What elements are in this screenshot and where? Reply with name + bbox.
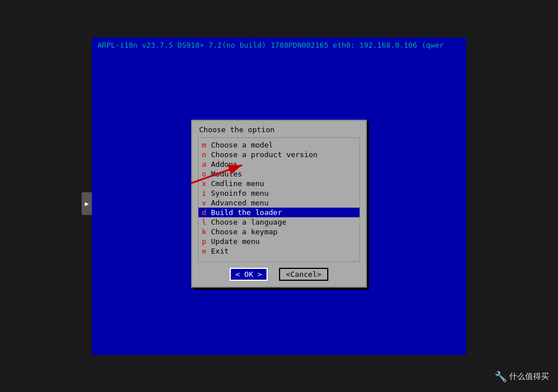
menu-item-x[interactable]: xCmdline menu xyxy=(198,179,360,188)
terminal-title: ARPL-i18n v23.7.5 DS918+ 7.2(no build) 1… xyxy=(98,41,443,49)
menu-item-p[interactable]: pUpdate menu xyxy=(198,237,360,246)
menu-label: Cmdline menu xyxy=(211,179,264,188)
menu-key: o xyxy=(202,170,209,178)
watermark-icon: 🔧 xyxy=(494,370,507,383)
menu-key: x xyxy=(202,179,209,188)
menu-item-e[interactable]: eExit xyxy=(198,246,360,256)
dialog-box: Choose the option mChoose a modelnChoose… xyxy=(191,120,367,288)
menu-item-l[interactable]: lChoose a language xyxy=(198,217,360,227)
side-handle[interactable]: ▶ xyxy=(82,192,92,215)
menu-label: Exit xyxy=(211,247,229,255)
menu-key: n xyxy=(202,150,209,159)
menu-label: Modules xyxy=(211,170,242,178)
side-handle-icon: ▶ xyxy=(84,200,88,208)
dialog-title: Choose the option xyxy=(192,121,366,137)
terminal-title-bar: ARPL-i18n v23.7.5 DS918+ 7.2(no build) 1… xyxy=(92,37,466,53)
menu-key: a xyxy=(202,160,209,168)
menu-label: Choose a model xyxy=(211,141,273,149)
cancel-button[interactable]: <Cancel> xyxy=(279,268,328,281)
menu-key: e xyxy=(202,247,209,255)
menu-key: l xyxy=(202,218,209,226)
menu-label: Choose a language xyxy=(211,218,286,226)
menu-label: Update menu xyxy=(211,237,260,246)
menu-item-a[interactable]: aAddons xyxy=(198,159,360,169)
menu-label: Advanced menu xyxy=(211,199,269,207)
menu-item-n[interactable]: nChoose a product version xyxy=(198,150,360,159)
menu-key: v xyxy=(202,199,209,207)
menu-item-o[interactable]: oModules xyxy=(198,169,360,179)
menu-key: m xyxy=(202,141,209,149)
menu-label: Choose a keymap xyxy=(211,227,277,236)
menu-key: k xyxy=(202,227,209,236)
menu-label: Addons xyxy=(211,160,238,168)
menu-label: Synoinfo menu xyxy=(211,189,269,197)
menu-list: mChoose a modelnChoose a product version… xyxy=(198,137,360,262)
menu-item-v[interactable]: vAdvanced menu xyxy=(198,198,360,208)
menu-item-m[interactable]: mChoose a model xyxy=(198,140,360,150)
menu-key: d xyxy=(202,208,209,217)
watermark-text: 什么值得买 xyxy=(509,372,549,382)
menu-item-k[interactable]: kChoose a keymap xyxy=(198,227,360,237)
ok-button[interactable]: < OK > xyxy=(230,268,268,281)
dialog-buttons: < OK > <Cancel> xyxy=(192,262,366,286)
watermark: 🔧 什么值得买 xyxy=(494,370,549,383)
menu-key: p xyxy=(202,237,209,246)
terminal-window: ARPL-i18n v23.7.5 DS918+ 7.2(no build) 1… xyxy=(92,37,466,355)
terminal-main-area: ▶ Choose the option mChoose a modelnChoo… xyxy=(92,53,466,355)
menu-item-i[interactable]: iSynoinfo menu xyxy=(198,188,360,198)
menu-item-d[interactable]: dBuild the loader xyxy=(198,208,360,217)
menu-label: Choose a product version xyxy=(211,150,318,159)
menu-label: Build the loader xyxy=(211,208,282,217)
menu-key: i xyxy=(202,189,209,197)
